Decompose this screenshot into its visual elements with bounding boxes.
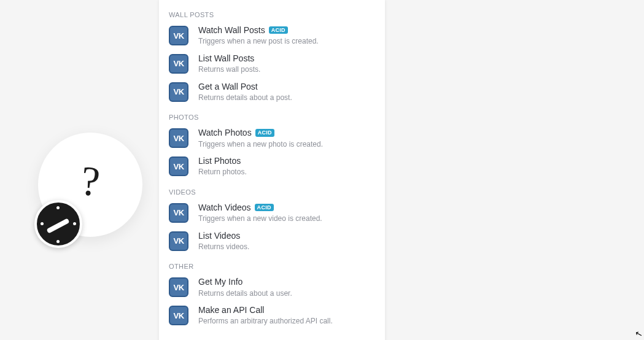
module-item-text: Get a Wall PostReturns details about a p… — [198, 81, 375, 103]
vk-icon-label: VK — [173, 162, 184, 171]
clock-face — [37, 203, 80, 245]
vk-icon-label: VK — [173, 208, 184, 217]
module-item-title: List Photos — [198, 155, 241, 166]
module-item-title: Get My Info — [198, 276, 242, 287]
vk-icon: VK — [169, 231, 188, 251]
module-item-desc: Triggers when a new photo is created. — [198, 140, 375, 150]
vk-icon: VK — [169, 156, 188, 176]
module-item-text: Get My InfoReturns details about a user. — [198, 276, 375, 298]
module-item[interactable]: VKList PhotosReturn photos. — [159, 153, 385, 181]
module-item-desc: Triggers when a new post is created. — [198, 37, 375, 47]
module-item[interactable]: VKGet My InfoReturns details about a use… — [159, 274, 385, 302]
module-item[interactable]: VKWatch Wall PostsACIDTriggers when a ne… — [159, 22, 385, 50]
module-item-title: Get a Wall Post — [198, 81, 258, 92]
vk-icon: VK — [169, 306, 188, 325]
acid-badge: ACID — [255, 204, 274, 212]
vk-icon: VK — [169, 277, 188, 297]
section-header-wall-posts: WALL POSTS — [159, 4, 385, 22]
module-item-title: Watch Videos — [198, 202, 251, 213]
modules-panel: WALL POSTSVKWatch Wall PostsACIDTriggers… — [159, 0, 385, 340]
module-item-desc: Returns wall posts. — [198, 65, 375, 75]
vk-icon: VK — [169, 128, 188, 148]
vk-icon-label: VK — [173, 87, 184, 96]
module-item-desc: Returns videos. — [198, 242, 375, 252]
module-item-text: Make an API CallPerforms an arbitrary au… — [198, 304, 375, 326]
module-item[interactable]: VKList VideosReturns videos. — [159, 228, 385, 256]
vk-icon: VK — [169, 26, 188, 45]
module-item[interactable]: VKWatch PhotosACIDTriggers when a new ph… — [159, 125, 385, 153]
module-item-text: List VideosReturns videos. — [198, 230, 375, 252]
cursor-icon: ↖ — [634, 328, 644, 340]
module-item-text: List Wall PostsReturns wall posts. — [198, 53, 375, 75]
module-item-text: Watch VideosACIDTriggers when a new vide… — [198, 202, 375, 224]
module-item-desc: Triggers when a new video is created. — [198, 214, 375, 224]
module-item[interactable]: VKMake an API CallPerforms an arbitrary … — [159, 302, 385, 330]
module-item-text: Watch PhotosACIDTriggers when a new phot… — [198, 127, 375, 149]
module-item-title: Watch Wall Posts — [198, 25, 265, 36]
module-item[interactable]: VKGet a Wall PostReturns details about a… — [159, 79, 385, 107]
section-header-other: OTHER — [159, 255, 385, 274]
module-item-desc: Returns details about a user. — [198, 289, 375, 299]
module-item-title: List Wall Posts — [198, 53, 254, 64]
resume-later-icon[interactable] — [34, 200, 82, 248]
module-item-desc: Returns details about a post. — [198, 93, 375, 103]
acid-badge: ACID — [269, 26, 288, 34]
question-mark-icon: ? — [79, 160, 101, 203]
module-item-text: List PhotosReturn photos. — [198, 155, 375, 177]
module-item-text: Watch Wall PostsACIDTriggers when a new … — [198, 25, 375, 47]
section-header-photos: PHOTOS — [159, 106, 385, 125]
vk-icon-label: VK — [173, 236, 184, 245]
vk-icon: VK — [169, 82, 188, 102]
vk-icon-label: VK — [173, 134, 184, 143]
vk-icon-label: VK — [173, 59, 184, 68]
vk-icon-label: VK — [173, 311, 184, 320]
module-item[interactable]: VKList Wall PostsReturns wall posts. — [159, 50, 385, 79]
section-header-videos: VIDEOS — [159, 181, 385, 199]
module-item-title: Make an API Call — [198, 304, 264, 315]
acid-badge: ACID — [255, 129, 274, 137]
module-item-desc: Return photos. — [198, 168, 375, 177]
vk-icon-label: VK — [173, 31, 184, 41]
vk-icon-label: VK — [173, 283, 184, 292]
module-item-title: Watch Photos — [198, 127, 252, 138]
module-item[interactable]: VKWatch VideosACIDTriggers when a new vi… — [159, 199, 385, 228]
vk-icon: VK — [169, 54, 188, 74]
vk-icon: VK — [169, 203, 188, 223]
module-item-title: List Videos — [198, 230, 240, 241]
module-item-desc: Performs an arbitrary authorized API cal… — [198, 317, 375, 326]
